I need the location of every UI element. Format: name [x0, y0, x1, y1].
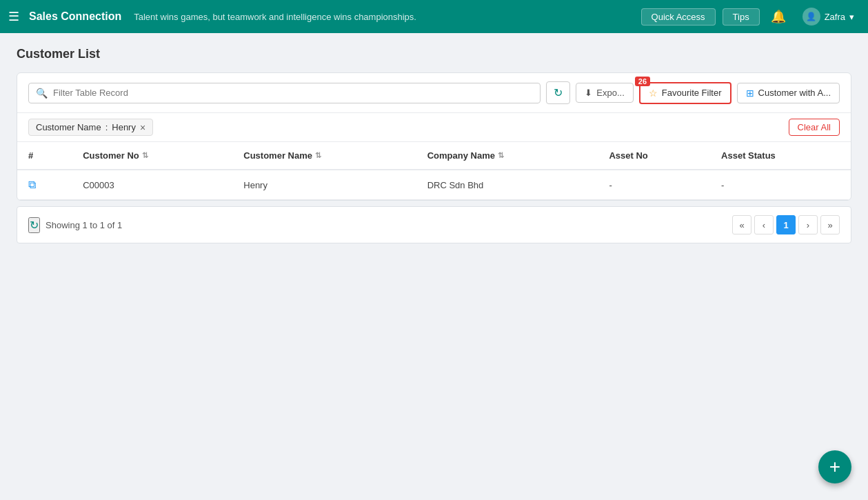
col-hash: # — [17, 142, 72, 170]
search-input[interactable] — [53, 88, 533, 98]
fav-filter-label: Favourite Filter — [662, 88, 722, 98]
sort-icon-company-name: ⇅ — [498, 151, 504, 160]
col-asset-no: Asset No — [598, 142, 710, 170]
current-page-button[interactable]: 1 — [776, 215, 796, 234]
page-content: Customer List 🔍 ↻ ⬇ Expo... 26 ☆ Favouri… — [0, 33, 868, 257]
fav-badge: 26 — [635, 77, 650, 86]
pagination-refresh-button[interactable]: ↻ — [28, 217, 40, 233]
top-navigation: ☰ Sales Connection Talent wins games, bu… — [0, 0, 868, 33]
tips-button[interactable]: Tips — [723, 8, 760, 26]
menu-icon[interactable]: ☰ — [8, 9, 19, 24]
active-filters-bar: Customer Name : Henry × Clear All — [17, 113, 851, 142]
col-asset-status: Asset Status — [710, 142, 851, 170]
refresh-button[interactable]: ↻ — [546, 81, 570, 104]
sort-icon-customer-name: ⇅ — [315, 151, 321, 160]
pagination-info: Showing 1 to 1 of 1 — [46, 220, 122, 230]
main-card: 🔍 ↻ ⬇ Expo... 26 ☆ Favourite Filter ⊞ Cu… — [17, 72, 851, 201]
download-icon: ⬇ — [585, 88, 592, 98]
refresh-icon: ↻ — [554, 86, 563, 99]
row-asset-status: - — [710, 170, 851, 200]
chevron-down-icon: ▾ — [849, 12, 854, 22]
favourite-filter-button[interactable]: 26 ☆ Favourite Filter — [639, 82, 731, 104]
filter-separator: : — [105, 122, 108, 132]
search-box: 🔍 — [28, 83, 541, 103]
user-avatar-icon: 👤 — [806, 12, 816, 21]
export-button[interactable]: ⬇ Expo... — [576, 83, 633, 103]
pagination-bar: ↻ Showing 1 to 1 of 1 « ‹ 1 › » — [17, 206, 851, 243]
search-icon: 🔍 — [36, 88, 48, 99]
pagination-nav: « ‹ 1 › » — [732, 215, 840, 234]
row-company-name: DRC Sdn Bhd — [416, 170, 598, 200]
brand-name: Sales Connection — [29, 10, 121, 23]
table-header-row: # Customer No ⇅ Customer Name ⇅ — [17, 142, 851, 170]
customer-filter-label: Customer with A... — [758, 88, 831, 98]
col-company-name[interactable]: Company Name ⇅ — [416, 142, 598, 170]
last-page-button[interactable]: » — [820, 215, 840, 234]
row-asset-no: - — [598, 170, 710, 200]
next-page-button[interactable]: › — [798, 215, 818, 234]
col-customer-no[interactable]: Customer No ⇅ — [72, 142, 232, 170]
user-name: Zafra — [825, 12, 845, 22]
filter-tag: Customer Name : Henry × — [28, 119, 153, 136]
first-page-button[interactable]: « — [732, 215, 751, 234]
col-customer-name[interactable]: Customer Name ⇅ — [232, 142, 416, 170]
filter-bar: 🔍 ↻ ⬇ Expo... 26 ☆ Favourite Filter ⊞ Cu… — [17, 73, 851, 113]
page-title: Customer List — [17, 47, 851, 61]
avatar: 👤 — [803, 8, 820, 26]
clear-all-button[interactable]: Clear All — [789, 119, 840, 136]
table-row: ⧉ C00003 Henry DRC Sdn Bhd - - — [17, 170, 851, 200]
columns-icon: ⊞ — [746, 88, 754, 99]
export-label: Expo... — [596, 88, 624, 98]
filter-value: Henry — [112, 122, 136, 132]
filter-name: Customer Name — [36, 122, 101, 132]
row-link-cell[interactable]: ⧉ — [17, 170, 72, 200]
add-button[interactable]: + — [818, 450, 851, 483]
tagline: Talent wins games, but teamwork and inte… — [134, 12, 416, 22]
star-icon: ☆ — [649, 88, 658, 99]
sort-icon-customer-no: ⇅ — [142, 151, 148, 160]
remove-filter-button[interactable]: × — [140, 123, 145, 132]
bell-icon[interactable]: 🔔 — [767, 9, 790, 24]
row-customer-no: C00003 — [72, 170, 232, 200]
row-customer-name: Henry — [232, 170, 416, 200]
customer-filter-button[interactable]: ⊞ Customer with A... — [737, 83, 840, 103]
user-menu[interactable]: 👤 Zafra ▾ — [797, 5, 860, 28]
prev-page-button[interactable]: ‹ — [754, 215, 774, 234]
table-container: # Customer No ⇅ Customer Name ⇅ — [17, 142, 851, 200]
quick-access-button[interactable]: Quick Access — [641, 8, 716, 26]
customer-table: # Customer No ⇅ Customer Name ⇅ — [17, 142, 851, 200]
external-link-icon[interactable]: ⧉ — [28, 179, 36, 190]
